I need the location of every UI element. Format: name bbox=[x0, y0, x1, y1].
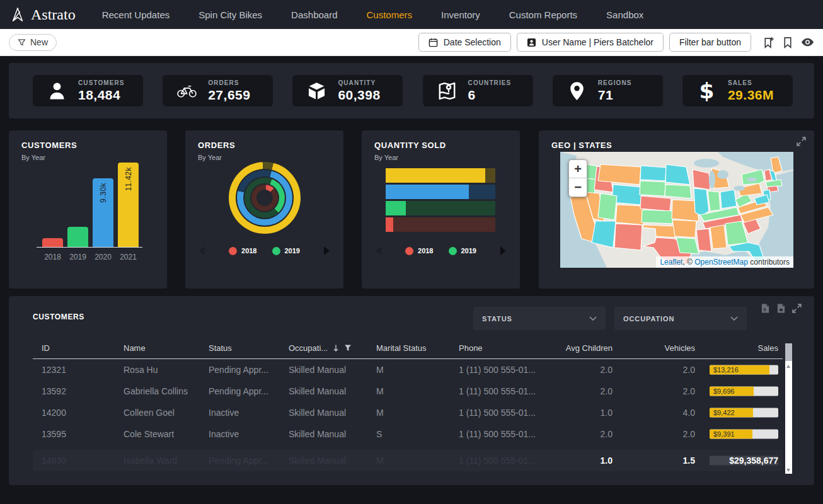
legend-next-button[interactable] bbox=[324, 246, 330, 255]
table-row[interactable]: 12321Rosa HuPending Appr...Skilled Manua… bbox=[33, 359, 783, 381]
kpi-value: 60,398 bbox=[338, 88, 380, 103]
nav-item-dashboard[interactable]: Dashboard bbox=[291, 9, 337, 20]
leaflet-link[interactable]: Leaflet bbox=[660, 258, 682, 266]
kpi-label: SALES bbox=[728, 79, 774, 86]
nav-item-recent-updates[interactable]: Recent Updates bbox=[102, 9, 170, 20]
kpi-card-sales: $SALES29.36M bbox=[682, 75, 793, 106]
panel-title: QUANTITY SOLD bbox=[374, 140, 446, 150]
cell-phone: 1 (11) 500 555-01... bbox=[459, 423, 544, 445]
legend-prev-button[interactable] bbox=[376, 246, 381, 255]
user-button[interactable]: User Name | Piers Batchelor bbox=[517, 33, 664, 52]
footer-ghost-occupation: Skilled Manual bbox=[289, 450, 376, 471]
bookmark-icon[interactable] bbox=[783, 37, 793, 49]
expand-icon[interactable] bbox=[792, 304, 802, 313]
legend-item-2018[interactable]: 2018 bbox=[229, 247, 256, 255]
footer-total-sales: $8$29,358,677 bbox=[695, 450, 778, 471]
footer-ghost-marital-status: M bbox=[376, 450, 459, 471]
kpi-text: SALES29.36M bbox=[728, 79, 774, 103]
nav-item-sandbox[interactable]: Sandbox bbox=[606, 9, 643, 20]
column-header-marital-status[interactable]: Marital Status bbox=[376, 343, 459, 358]
panel-title: ORDERS bbox=[198, 140, 235, 150]
status-filter-dropdown[interactable]: STATUS bbox=[473, 307, 606, 330]
table-row[interactable]: 14200Colleen GoelInactiveSkilled ManualM… bbox=[33, 402, 783, 423]
zoom-out-button[interactable]: − bbox=[569, 178, 587, 197]
nav-item-custom-reports[interactable]: Custom Reports bbox=[509, 9, 577, 20]
qbar-2020 bbox=[386, 185, 495, 199]
legend-prev-button[interactable] bbox=[199, 246, 205, 255]
kpi-text: QUANTITY60,398 bbox=[338, 79, 380, 103]
column-header-id[interactable]: ID bbox=[42, 343, 124, 358]
table-actions: X bbox=[761, 303, 802, 314]
zoom-in-button[interactable]: + bbox=[569, 160, 587, 178]
kpi-label: COUNTRIES bbox=[468, 79, 512, 86]
kpi-value: 29.36M bbox=[728, 88, 774, 103]
cell-avg-children: 1.0 bbox=[544, 402, 613, 423]
table-row[interactable]: 13592Gabriella CollinsPending Appr...Ski… bbox=[33, 381, 783, 402]
date-selection-button[interactable]: Date Selection bbox=[418, 33, 511, 52]
bookmark-add-icon[interactable] bbox=[763, 37, 774, 49]
kpi-text: COUNTRIES6 bbox=[468, 79, 512, 103]
scroll-down-icon[interactable] bbox=[786, 469, 790, 472]
column-filter-icon[interactable] bbox=[344, 344, 352, 352]
column-header-sales[interactable]: Sales bbox=[695, 343, 778, 358]
column-header-status[interactable]: Status bbox=[209, 343, 289, 358]
filter-bar-label: Filter bar button bbox=[679, 37, 741, 47]
footer-ghost-status: Pending Appr... bbox=[209, 450, 289, 471]
cell-sales: $13,216 bbox=[695, 359, 778, 381]
openstreetmap-link[interactable]: OpenStreetMap bbox=[694, 258, 748, 266]
expand-icon[interactable] bbox=[797, 137, 806, 146]
scrollbar-thumb[interactable] bbox=[785, 343, 792, 361]
attribution-text: contributors bbox=[748, 258, 790, 266]
table-row[interactable]: 13595Cole StewartInactiveSkilled ManualS… bbox=[33, 423, 783, 445]
column-header-label: Phone bbox=[459, 343, 483, 353]
qbar-2019 bbox=[386, 201, 495, 215]
us-states-map[interactable]: + − Leaflet, © OpenStreetMap contributor… bbox=[560, 152, 793, 268]
table-scrollbar[interactable] bbox=[785, 343, 792, 474]
legend-item-2018[interactable]: 2018 bbox=[405, 247, 433, 255]
x-axis-label-2018: 2018 bbox=[44, 253, 61, 261]
scroll-up-icon[interactable] bbox=[786, 365, 790, 368]
footer-ghost-name: Isabella Ward bbox=[124, 450, 209, 471]
app-logo[interactable]: Astrato bbox=[10, 6, 76, 23]
bar-2021: 11.42k bbox=[118, 163, 139, 247]
customers-bar-plot: 9.30k11.42k bbox=[37, 163, 142, 248]
eye-icon[interactable] bbox=[801, 38, 814, 47]
kpi-card-countries: COUNTRIES6 bbox=[423, 75, 533, 106]
nav-item-customers[interactable]: Customers bbox=[367, 9, 413, 20]
column-header-vehicles[interactable]: Vehicles bbox=[613, 343, 695, 358]
cell-marital-status: S bbox=[376, 423, 459, 445]
bar-value-label: 11.42k bbox=[124, 167, 133, 191]
us-map-svg bbox=[560, 152, 793, 268]
legend-item-2019[interactable]: 2019 bbox=[272, 247, 300, 255]
export-excel-icon[interactable]: X bbox=[761, 303, 770, 314]
kpi-label: CUSTOMERS bbox=[78, 79, 125, 86]
occupation-filter-dropdown[interactable]: OCCUPATION bbox=[614, 307, 747, 330]
column-header-name[interactable]: Name bbox=[124, 343, 209, 358]
map-icon bbox=[437, 81, 458, 101]
legend-next-button[interactable] bbox=[500, 246, 506, 255]
map-attribution: Leaflet, © OpenStreetMap contributors bbox=[656, 256, 793, 268]
new-filter-button[interactable]: New bbox=[9, 34, 57, 51]
nav-item-spin-city-bikes[interactable]: Spin City Bikes bbox=[199, 9, 262, 20]
export-document-icon[interactable] bbox=[776, 303, 786, 314]
bicycle-icon bbox=[176, 81, 197, 101]
legend-dot bbox=[229, 247, 237, 255]
panel-subtitle: By Year bbox=[21, 154, 45, 161]
cell-avg-children: 2.0 bbox=[544, 359, 613, 381]
legend-item-2019[interactable]: 2019 bbox=[449, 247, 476, 255]
filter-bar-button[interactable]: Filter bar button bbox=[669, 33, 751, 52]
kpi-value: 18,484 bbox=[78, 88, 125, 103]
sort-desc-icon[interactable] bbox=[333, 344, 339, 352]
column-header-avg-children[interactable]: Avg Children bbox=[544, 343, 613, 358]
x-axis-label-2020: 2020 bbox=[95, 253, 112, 261]
panel-subtitle: By Year bbox=[374, 154, 398, 161]
status-filter-label: STATUS bbox=[482, 315, 512, 323]
bar-2019 bbox=[67, 227, 88, 247]
kpi-value: 71 bbox=[598, 88, 632, 103]
column-header-occupati[interactable]: Occupati... bbox=[289, 343, 376, 358]
orders-donut bbox=[229, 162, 301, 234]
legend-dot bbox=[272, 247, 280, 255]
nav-item-inventory[interactable]: Inventory bbox=[441, 9, 480, 20]
quantity-bars bbox=[386, 168, 495, 234]
column-header-phone[interactable]: Phone bbox=[459, 343, 544, 358]
